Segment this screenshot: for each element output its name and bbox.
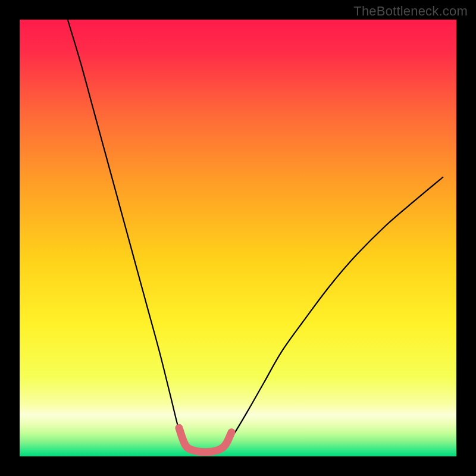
watermark-text: TheBottleneck.com [353, 4, 468, 19]
plot-area [20, 20, 456, 456]
chart-frame [0, 0, 476, 476]
chart-svg [0, 0, 476, 476]
